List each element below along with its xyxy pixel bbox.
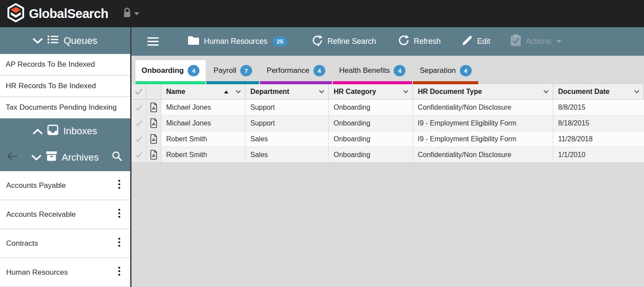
- column-menu-chevron-icon[interactable]: [634, 90, 640, 93]
- row-checkbox[interactable]: [132, 100, 146, 115]
- kebab-menu-icon[interactable]: [115, 265, 123, 280]
- inboxes-section-label: Inboxes: [63, 126, 97, 137]
- pdf-file-icon[interactable]: [146, 100, 161, 115]
- sort-ascending-icon: [224, 90, 228, 93]
- tab-health-benefits[interactable]: Health Benefits 4: [333, 60, 412, 84]
- table-row[interactable]: Michael Jones Support Onboarding Confide…: [132, 100, 644, 115]
- top-app-bar: GlobalSearch: [0, 0, 644, 27]
- chevron-up-icon: [33, 126, 43, 137]
- column-header-document-date[interactable]: Document Date: [553, 84, 644, 99]
- archive-item-label: Contracts: [6, 239, 38, 248]
- edit-button[interactable]: Edit: [462, 35, 490, 48]
- main-panel: Human Resources 25 Refine Search: [132, 27, 644, 287]
- refresh-label: Refresh: [414, 37, 441, 46]
- cell-hr-category: Onboarding: [329, 100, 413, 115]
- column-header-hr-document-type[interactable]: HR Document Type: [413, 84, 553, 99]
- archive-item-label: Human Resources: [6, 268, 68, 277]
- column-menu-chevron-icon[interactable]: [543, 90, 549, 93]
- tab-payroll[interactable]: Payroll 7: [206, 60, 259, 84]
- row-checkbox[interactable]: [132, 147, 146, 162]
- tab-label: Performance: [267, 66, 309, 75]
- queues-section-label: Queues: [64, 35, 97, 47]
- archive-item-label: Accounts Receivable: [6, 210, 76, 219]
- hamburger-menu-icon[interactable]: [147, 37, 159, 46]
- column-menu-chevron-icon[interactable]: [235, 90, 241, 93]
- tab-label: Health Benefits: [339, 66, 390, 75]
- actions-dropdown-button[interactable]: Actions: [510, 34, 561, 49]
- pdf-file-icon[interactable]: [146, 115, 161, 131]
- cell-hr-category: Onboarding: [329, 131, 413, 147]
- file-type-column-header[interactable]: [146, 84, 161, 99]
- queue-item-label: Tax Documents Pending Indexing: [6, 103, 117, 112]
- caret-down-icon: [556, 40, 562, 43]
- cell-department: Sales: [246, 147, 329, 162]
- refresh-button[interactable]: Refresh: [398, 35, 441, 48]
- cell-hr-document-type: Confidentiality/Non Disclosure: [413, 100, 553, 115]
- cell-document-date: 8/8/2015: [553, 100, 644, 115]
- pdf-file-icon[interactable]: [146, 131, 161, 147]
- table-row[interactable]: Michael Jones Support Onboarding I9 - Em…: [132, 115, 644, 131]
- table-row[interactable]: Robert Smith Sales Onboarding I9 - Emplo…: [132, 131, 644, 147]
- kebab-menu-icon[interactable]: [115, 178, 123, 193]
- tab-color-strip: [333, 81, 412, 84]
- kebab-menu-icon[interactable]: [115, 207, 123, 222]
- archive-item-accounts-payable[interactable]: Accounts Payable: [0, 171, 130, 200]
- chevron-down-icon: [32, 152, 41, 163]
- column-header-name[interactable]: Name: [161, 84, 246, 99]
- tab-onboarding[interactable]: Onboarding 4: [135, 60, 206, 84]
- table-row[interactable]: Robert Smith Sales Onboarding Confidenti…: [132, 147, 644, 163]
- cell-department: Sales: [246, 131, 329, 147]
- kebab-menu-icon[interactable]: [115, 236, 123, 251]
- inboxes-section-header[interactable]: Inboxes: [0, 118, 130, 144]
- tab-separation[interactable]: Separation 4: [413, 60, 478, 84]
- collapse-sidebar-arrow-icon[interactable]: [7, 152, 18, 163]
- archive-box-icon: [46, 151, 57, 164]
- archive-item-human-resources[interactable]: Human Resources: [0, 258, 130, 287]
- column-label: Document Date: [558, 88, 609, 96]
- queues-section-header[interactable]: Queues: [0, 27, 130, 54]
- archive-item-contracts[interactable]: Contracts: [0, 229, 130, 258]
- search-icon[interactable]: [112, 151, 122, 164]
- cell-name: Michael Jones: [161, 115, 246, 131]
- column-menu-chevron-icon[interactable]: [403, 90, 409, 93]
- column-menu-chevron-icon[interactable]: [319, 90, 324, 93]
- tab-count-badge: 4: [460, 65, 472, 76]
- cell-department: Support: [246, 100, 329, 115]
- queue-item-tax-documents[interactable]: Tax Documents Pending Indexing: [0, 97, 130, 118]
- tab-count-badge: 4: [188, 65, 199, 76]
- archives-section-header[interactable]: Archives: [0, 144, 130, 171]
- tab-color-strip: [260, 81, 332, 84]
- current-archive-label: Human Resources: [204, 37, 267, 46]
- lock-menu-button[interactable]: [122, 7, 139, 20]
- queue-item-ap-records[interactable]: AP Records To Be Indexed: [0, 54, 130, 75]
- queue-item-hr-records[interactable]: HR Records To Be Indexed: [0, 75, 130, 97]
- archive-item-accounts-receivable[interactable]: Accounts Receivable: [0, 200, 130, 229]
- chevron-down-icon: [33, 35, 43, 47]
- row-checkbox[interactable]: [132, 115, 146, 131]
- cell-name: Robert Smith: [161, 147, 246, 162]
- column-label: Name: [166, 88, 185, 96]
- column-header-hr-category[interactable]: HR Category: [329, 84, 413, 99]
- column-header-department[interactable]: Department: [246, 84, 329, 99]
- pencil-icon: [462, 35, 473, 48]
- pdf-file-icon[interactable]: [146, 147, 161, 162]
- tab-count-badge: 7: [240, 65, 252, 76]
- sidebar: Queues AP Records To Be Indexed HR Recor…: [0, 27, 132, 287]
- result-count-badge: 25: [273, 36, 287, 47]
- archives-section-label: Archives: [62, 152, 99, 163]
- current-archive-button[interactable]: Human Resources 25: [188, 36, 287, 47]
- inbox-icon: [47, 125, 58, 138]
- tab-count-badge: 4: [313, 65, 325, 76]
- globalsearch-logo-icon: [6, 3, 25, 24]
- refine-search-icon: [312, 35, 323, 49]
- category-tabbar: Onboarding 4 Payroll 7 Performance 4: [132, 60, 644, 84]
- column-label: HR Category: [334, 88, 376, 96]
- refine-search-button[interactable]: Refine Search: [312, 35, 376, 49]
- tab-performance[interactable]: Performance 4: [260, 60, 332, 84]
- tab-color-strip: [135, 81, 206, 84]
- column-label: HR Document Type: [418, 88, 482, 96]
- select-all-checkbox[interactable]: [132, 84, 146, 99]
- row-checkbox[interactable]: [132, 131, 146, 147]
- archive-item-label: Accounts Payable: [6, 181, 66, 190]
- cell-department: Support: [246, 115, 329, 131]
